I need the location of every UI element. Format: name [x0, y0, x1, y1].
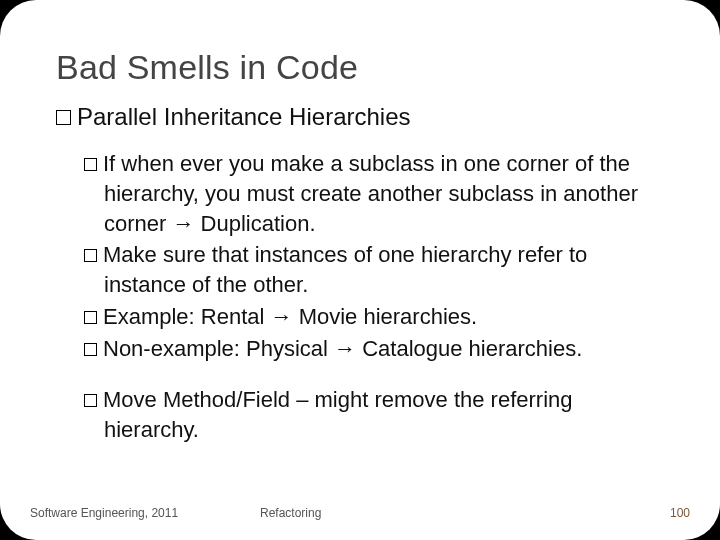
spacer: [84, 365, 664, 385]
list-item: Parallel Inheritance Hierarchies: [56, 101, 664, 133]
footer-center: Refactoring: [230, 506, 590, 520]
list-item: Example: Rental → Movie hierarchies.: [84, 302, 664, 332]
square-bullet-icon: [56, 110, 71, 125]
list-item: If when ever you make a subclass in one …: [84, 149, 664, 238]
point-text: Move Method/Field – might remove the ref…: [103, 387, 573, 442]
page-number: 100: [590, 506, 690, 520]
list-item: Move Method/Field – might remove the ref…: [84, 385, 664, 444]
level1-list: Parallel Inheritance Hierarchies: [56, 101, 664, 133]
point-text: Make sure that instances of one hierarch…: [103, 242, 587, 297]
slide-title: Bad Smells in Code: [56, 48, 664, 87]
heading-text: Parallel Inheritance Hierarchies: [77, 103, 411, 130]
square-bullet-icon: [84, 249, 97, 262]
slide: Bad Smells in Code Parallel Inheritance …: [0, 0, 720, 540]
point-text: If when ever you make a subclass in one …: [103, 151, 638, 235]
point-text: Example: Rental → Movie hierarchies.: [103, 304, 477, 329]
list-item: Make sure that instances of one hierarch…: [84, 240, 664, 299]
level2-list: If when ever you make a subclass in one …: [84, 149, 664, 444]
point-text: Non-example: Physical → Catalogue hierar…: [103, 336, 582, 361]
square-bullet-icon: [84, 158, 97, 171]
square-bullet-icon: [84, 311, 97, 324]
footer: Software Engineering, 2011 Refactoring 1…: [30, 506, 690, 520]
footer-left: Software Engineering, 2011: [30, 506, 230, 520]
list-item: Non-example: Physical → Catalogue hierar…: [84, 334, 664, 364]
square-bullet-icon: [84, 343, 97, 356]
square-bullet-icon: [84, 394, 97, 407]
